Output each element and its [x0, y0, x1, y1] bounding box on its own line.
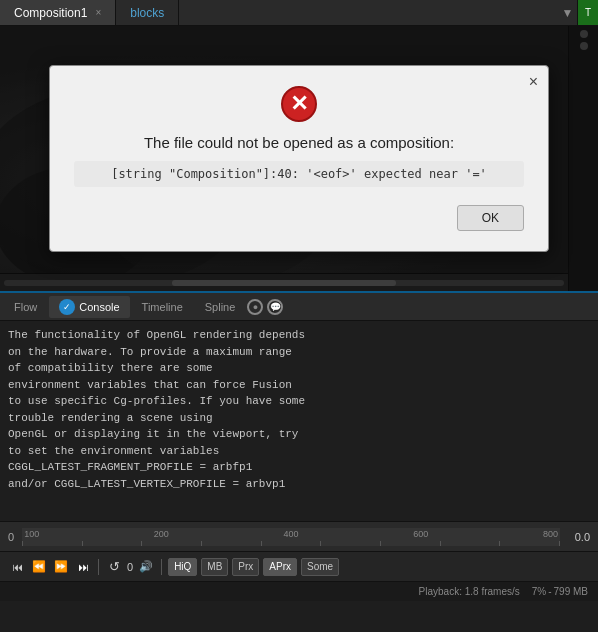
play-forward-button[interactable]: ⏭	[74, 558, 92, 576]
quality-some[interactable]: Some	[301, 558, 339, 576]
tab-spline-label: Spline	[205, 301, 236, 313]
ok-button[interactable]: OK	[457, 205, 524, 231]
quality-aprx[interactable]: APrx	[263, 558, 297, 576]
console-line-3: of compatibility there are some	[8, 360, 590, 377]
tab-timeline[interactable]: Timeline	[132, 296, 193, 318]
to-start-button[interactable]: ⏮	[8, 558, 26, 576]
console-lua-line: Lua> file:///C:/Users/William Xue/Deskto…	[8, 509, 590, 522]
console-tab-bar: Flow ✓ Console Timeline Spline ● 💬	[0, 293, 598, 321]
tab-dropdown[interactable]: ▼	[558, 0, 578, 25]
ruler-ticks	[22, 538, 560, 546]
error-modal: × ✕ The file could not be opened as a co…	[49, 65, 549, 252]
modal-footer: OK	[74, 205, 524, 231]
tab-close-composition1[interactable]: ×	[95, 7, 101, 18]
console-line-9: CGGL_LATEST_FRAGMENT_PROFILE = arbfp1	[8, 459, 590, 476]
frame-counter: 0.0	[564, 531, 594, 543]
modal-message: [string "Composition"]:40: '<eof>' expec…	[74, 161, 524, 187]
loop-icon[interactable]: ↺	[105, 558, 123, 576]
tab-spline[interactable]: Spline	[195, 296, 246, 318]
tick10	[559, 541, 560, 546]
tab-console[interactable]: ✓ Console	[49, 296, 129, 318]
console-line-2: on the hardware. To provide a maximum ra…	[8, 344, 590, 361]
console-line-6: trouble rendering a scene using	[8, 410, 590, 427]
tick2	[82, 541, 83, 546]
tab-composition1[interactable]: Composition1 ×	[0, 0, 116, 25]
console-line-1: The functionality of OpenGL rendering de…	[8, 327, 590, 344]
console-line-7: OpenGL or displaying it in the viewport,…	[8, 426, 590, 443]
status-bar: Playback: 1.8 frames/s 7% - 799 MB	[0, 581, 598, 601]
tick8	[440, 541, 441, 546]
console-output[interactable]: The functionality of OpenGL rendering de…	[0, 321, 598, 521]
audio-icon[interactable]: 🔊	[137, 558, 155, 576]
loop-count: 0	[127, 561, 133, 573]
modal-close-button[interactable]: ×	[529, 74, 538, 90]
error-icon: ✕	[281, 86, 317, 122]
console-line-8: to set the environment variables	[8, 443, 590, 460]
tick3	[141, 541, 142, 546]
tab-right-indicator[interactable]: T	[578, 0, 598, 25]
tab-timeline-label: Timeline	[142, 301, 183, 313]
console-line-4: environment variables that can force Fus…	[8, 377, 590, 394]
divider-2	[161, 559, 162, 575]
console-line-10: and/or CGGL_LATEST_VERTEX_PROFILE = arbv…	[8, 476, 590, 493]
tab-circle-icon2[interactable]: 💬	[267, 299, 283, 315]
tab-blocks[interactable]: blocks	[116, 0, 179, 25]
tick6	[320, 541, 321, 546]
main-viewport: × ✕ The file could not be opened as a co…	[0, 26, 598, 291]
playback-speed: Playback: 1.8 frames/s	[419, 586, 520, 597]
status-dash: -	[548, 586, 551, 597]
tick5	[261, 541, 262, 546]
console-line-5: to use specific Cg-profiles. If you have…	[8, 393, 590, 410]
console-check-icon: ✓	[59, 299, 75, 315]
tab-label: Composition1	[14, 6, 87, 20]
tick9	[499, 541, 500, 546]
fast-back-button[interactable]: ⏩	[52, 558, 70, 576]
modal-icon-area: ✕	[74, 86, 524, 122]
tab-flow-label: Flow	[14, 301, 37, 313]
bottom-panel: Flow ✓ Console Timeline Spline ● 💬 The f…	[0, 291, 598, 521]
modal-overlay: × ✕ The file could not be opened as a co…	[0, 26, 598, 291]
timeline-ruler[interactable]: 100 200 400 600 800	[22, 528, 560, 546]
tab-bar: Composition1 × blocks ▼ T	[0, 0, 598, 26]
quality-hiq[interactable]: HiQ	[168, 558, 197, 576]
quality-prx[interactable]: Prx	[232, 558, 259, 576]
tab-console-label: Console	[79, 301, 119, 313]
quality-mb[interactable]: MB	[201, 558, 228, 576]
timeline-area: 0 100 200 400 600 800 0.0	[0, 521, 598, 551]
tick7	[380, 541, 381, 546]
modal-title: The file could not be opened as a compos…	[74, 134, 524, 151]
tab-label-blocks: blocks	[130, 6, 164, 20]
cpu-percent: 7%	[532, 586, 546, 597]
memory-usage: 799 MB	[554, 586, 588, 597]
divider-1	[98, 559, 99, 575]
playback-bar: ⏮ ⏪ ⏩ ⏭ ↺ 0 🔊 HiQ MB Prx APrx Some	[0, 551, 598, 581]
tab-flow[interactable]: Flow	[4, 296, 47, 318]
tick1	[22, 541, 23, 546]
timeline-start-frame: 0	[4, 531, 18, 543]
step-back-button[interactable]: ⏪	[30, 558, 48, 576]
tab-circle-icon1[interactable]: ●	[247, 299, 263, 315]
tick4	[201, 541, 202, 546]
